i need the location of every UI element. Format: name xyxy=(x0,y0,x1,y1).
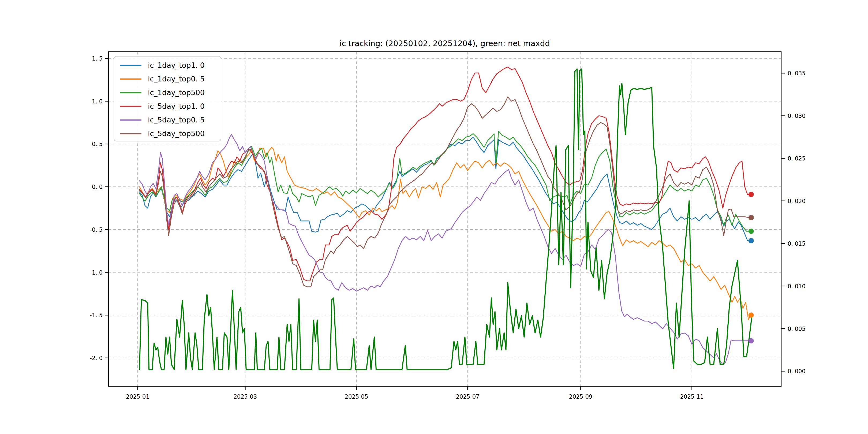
end-dot-ic_5day_top500 xyxy=(748,215,754,220)
y-right-tick-label-2: 0. 025 xyxy=(787,155,806,162)
legend: ic_1day_top1. 0ic_1day_top0. 5ic_1day_to… xyxy=(114,56,221,141)
x-tick-label-1: 2025-03 xyxy=(233,394,257,400)
y-left-tick-label-1: 1. 0 xyxy=(92,98,103,105)
x-tick-label-4: 2025-09 xyxy=(569,394,593,400)
end-dot-ic_5day_top1.0 xyxy=(748,192,754,197)
series-layer xyxy=(140,67,752,369)
y-right-tick-label-0: 0. 035 xyxy=(787,70,806,76)
y-right-tick-label-4: 0. 015 xyxy=(787,241,806,247)
x-tick-label-5: 2025-11 xyxy=(680,394,704,400)
y-left-tick-label-0: 1. 5 xyxy=(92,56,103,62)
series-line-netmaxdd xyxy=(140,69,752,369)
x-tick-label-3: 2025-07 xyxy=(456,394,479,400)
y-right-tick-label-6: 0. 005 xyxy=(787,326,806,332)
end-dot-ic_1day_top1.0 xyxy=(748,238,754,243)
x-tick-label-2: 2025-05 xyxy=(345,394,368,400)
y-right-tick-label-7: 0. 000 xyxy=(787,368,806,374)
figure-canvas: 2025-012025-032025-052025-072025-092025-… xyxy=(0,0,868,434)
y-left-tick-label-5: -1. 0 xyxy=(90,270,103,276)
end-dot-ic_1day_top500 xyxy=(748,228,754,234)
y-right-tick-label-1: 0. 030 xyxy=(787,113,806,119)
end-dot-ic_5day_top0.5 xyxy=(748,338,754,343)
y-right-tick-label-5: 0. 010 xyxy=(787,283,806,289)
legend-label-4: ic_5day_top0. 5 xyxy=(148,116,205,124)
series-line-ic_1day_top1.0 xyxy=(140,137,751,241)
legend-label-1: ic_1day_top0. 5 xyxy=(148,75,205,83)
legend-label-5: ic_5day_top500 xyxy=(148,129,205,138)
y-left-tick-label-4: -0. 5 xyxy=(90,227,103,233)
y-left-tick-label-3: 0. 0 xyxy=(92,184,103,190)
legend-label-2: ic_1day_top500 xyxy=(148,88,205,97)
y-right-tick-label-3: 0. 020 xyxy=(787,198,806,205)
end-dot-ic_1day_top0.5 xyxy=(748,312,754,318)
chart: 2025-012025-032025-052025-072025-092025-… xyxy=(0,0,868,434)
chart-title: ic tracking: (20250102, 20251204), green… xyxy=(339,39,550,48)
y-left-tick-label-6: -1. 5 xyxy=(90,312,103,318)
x-tick-label-0: 2025-01 xyxy=(126,394,150,400)
y-left-tick-label-2: 0. 5 xyxy=(92,141,103,147)
legend-label-0: ic_1day_top1. 0 xyxy=(148,61,205,69)
legend-label-3: ic_5day_top1. 0 xyxy=(148,102,205,111)
y-left-tick-label-7: -2. 0 xyxy=(90,355,103,362)
series-line-ic_5day_top500 xyxy=(140,97,751,287)
